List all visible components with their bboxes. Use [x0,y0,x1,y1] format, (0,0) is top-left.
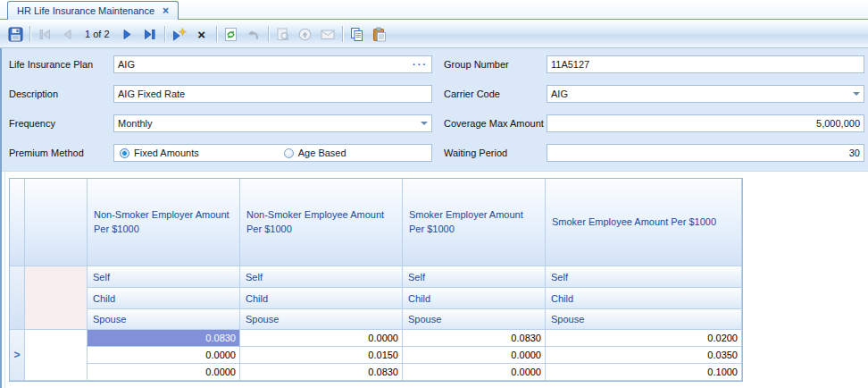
window-left-border-inner [4,48,5,388]
tab-bar: HR Life Insurance Maintenance × [0,0,868,20]
description-value: AIG Fixed Rate [118,89,185,99]
next-record-button[interactable] [117,23,138,45]
radio-unselected-icon [284,148,294,158]
grid-cell-spouse-ns-employer[interactable]: 0.0000 [88,364,240,381]
chevron-down-icon[interactable] [853,92,860,96]
current-record-indicator[interactable]: > [10,330,25,381]
tab-hr-life-insurance-maintenance[interactable]: HR Life Insurance Maintenance × [7,1,179,20]
column-header-nonsmoker-employer[interactable]: Non-Smoker Employer Amount Per $1000 [88,179,240,266]
toolbar: 1 of 2 [0,21,868,48]
send-icon [297,27,313,42]
fixed-amounts-radio-label: Fixed Amounts [134,148,199,158]
row-label-spouse: Spouse [546,309,742,330]
grid-rowlabel-band [25,266,88,330]
next-record-icon [120,27,135,42]
row-label-self: Self [403,266,546,288]
row-label-child: Child [240,288,403,309]
refresh-icon [223,27,238,42]
send-button[interactable] [295,23,316,45]
age-based-radio-label: Age Based [298,148,346,158]
life-insurance-plan-value: AIG [118,59,135,70]
fixed-amounts-radio[interactable]: Fixed Amounts [120,148,199,158]
row-label-spouse: Spouse [88,309,240,330]
previous-record-icon [60,27,75,42]
frequency-dropdown[interactable]: Monthly [113,114,432,132]
row-label-self: Self [240,266,403,288]
ellipsis-lookup-icon[interactable]: ··· [413,60,428,70]
grid-cell-self-s-employee[interactable]: 0.0200 [546,330,742,347]
window-left-border [0,48,2,388]
save-button[interactable] [4,23,26,45]
delete-icon: × [197,28,205,41]
carrier-code-dropdown[interactable]: AIG [547,85,864,103]
refresh-button[interactable] [221,23,242,45]
description-field[interactable]: AIG Fixed Rate [113,85,432,103]
age-based-radio[interactable]: Age Based [284,148,346,158]
new-record-button[interactable] [169,23,190,45]
first-record-icon [38,27,53,42]
coverage-max-amount-field[interactable]: 5,000,000 [547,114,864,132]
grid-cell-self-ns-employee[interactable]: 0.0000 [240,330,403,347]
carrier-code-label: Carrier Code [444,85,500,103]
toolbar-separator [29,26,30,42]
new-record-icon [171,27,188,42]
column-header-smoker-employer[interactable]: Smoker Employer Amount Per $1000 [403,179,546,266]
column-header-nonsmoker-employee[interactable]: Non-Smoker Employee Amount Per $1000 [240,179,403,266]
toolbar-separator [342,26,343,42]
paste-icon [371,27,387,42]
grid-cell-child-s-employer[interactable]: 0.0000 [403,347,546,364]
first-record-button[interactable] [34,23,55,45]
grid-indicator-header [10,179,25,266]
frequency-label: Frequency [9,114,55,132]
email-icon [320,27,336,42]
print-preview-button[interactable] [272,23,294,45]
group-number-field[interactable]: 11A5127 [547,55,864,73]
undo-icon [246,27,261,42]
grid-indicator-subheader [10,266,25,330]
premium-method-label: Premium Method [9,144,84,162]
coverage-max-amount-value: 5,000,000 [816,118,860,129]
grid-cell-spouse-s-employer[interactable]: 0.0000 [403,364,546,381]
undo-button[interactable] [243,23,264,45]
column-header-smoker-employee[interactable]: Smoker Employee Amount Per $1000 [546,179,742,266]
toolbar-separator [164,26,165,42]
record-position: 1 of 2 [79,29,116,39]
grid-cell-child-ns-employee[interactable]: 0.0150 [240,347,403,364]
waiting-period-field[interactable]: 30 [547,144,864,162]
life-insurance-plan-field[interactable]: AIG ··· [113,55,432,73]
close-icon[interactable]: × [163,5,169,16]
copy-button[interactable] [346,23,368,45]
copy-icon [349,27,364,42]
frequency-value: Monthly [118,118,153,129]
waiting-period-value: 30 [849,148,860,158]
paste-button[interactable] [369,23,390,45]
waiting-period-label: Waiting Period [444,144,507,162]
grid-cell-self-ns-employer[interactable]: 0.0830 [88,330,240,347]
grid-cell-self-s-employer[interactable]: 0.0830 [403,330,546,347]
row-label-spouse: Spouse [403,309,546,330]
grid-data-blank-cell [25,330,88,381]
premium-method-group: Fixed Amounts Age Based [113,144,432,162]
life-insurance-plan-label: Life Insurance Plan [9,55,93,73]
row-label-self: Self [88,266,240,288]
grid-cell-spouse-ns-employee[interactable]: 0.0830 [240,364,403,381]
toolbar-separator [268,26,269,42]
last-record-button[interactable] [139,23,161,45]
row-label-spouse: Spouse [240,309,403,330]
description-label: Description [9,85,58,103]
rates-grid: Non-Smoker Employer Amount Per $1000 Non… [9,178,743,382]
hr-life-insurance-maintenance-window: HR Life Insurance Maintenance × [0,0,868,388]
grid-cell-child-ns-employer[interactable]: 0.0000 [88,347,240,364]
row-label-self: Self [546,266,742,288]
chevron-down-icon[interactable] [421,122,428,125]
previous-record-button[interactable] [56,23,78,45]
toolbar-separator [216,26,217,42]
group-number-value: 11A5127 [551,59,589,70]
grid-cell-child-s-employee[interactable]: 0.0350 [546,347,742,364]
grid-cell-spouse-s-employee[interactable]: 0.1000 [546,364,742,381]
delete-record-button[interactable]: × [191,23,213,45]
last-record-icon [142,27,157,42]
print-preview-icon [275,27,290,42]
tab-title: HR Life Insurance Maintenance [17,5,154,16]
email-button[interactable] [317,23,338,45]
